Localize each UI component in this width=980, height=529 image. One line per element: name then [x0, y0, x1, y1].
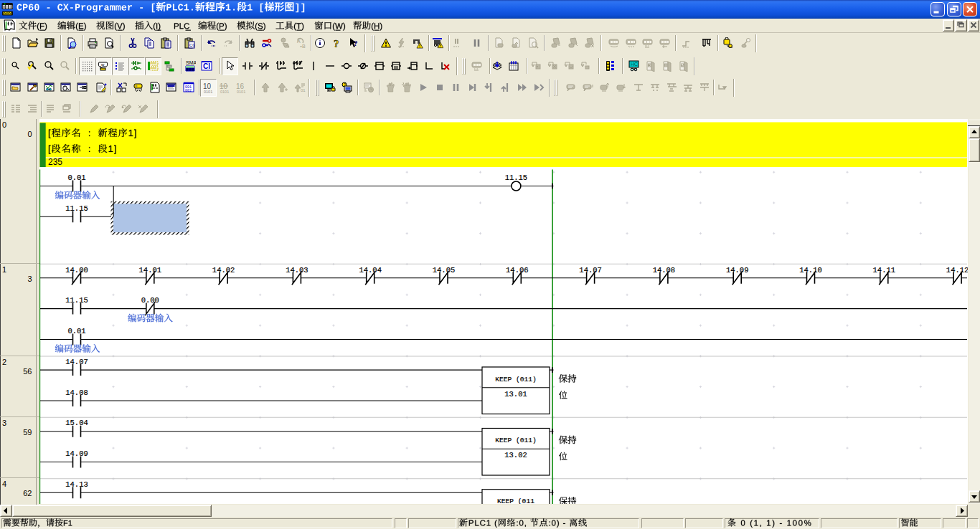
svg-text:59: 59	[23, 428, 32, 437]
svg-text:0.00: 0.00	[141, 296, 159, 305]
svg-text:B: B	[302, 44, 306, 49]
svg-text:SMA: SMA	[186, 60, 196, 65]
svg-text:235: 235	[48, 157, 62, 167]
svg-text:2: 2	[2, 358, 6, 366]
svg-text:HC: HC	[631, 62, 638, 67]
svg-text:1: 1	[2, 265, 6, 274]
svg-text:14.06: 14.06	[506, 266, 529, 275]
svg-text:14.00: 14.00	[65, 266, 88, 275]
svg-text:14.09: 14.09	[65, 449, 88, 458]
svg-text:14.08: 14.08	[653, 266, 676, 275]
svg-text:14.12: 14.12	[946, 266, 968, 275]
svg-text:A: A	[297, 39, 301, 44]
svg-text:KEEP (011: KEEP (011	[497, 497, 534, 504]
svg-text:14.11: 14.11	[873, 266, 896, 275]
svg-text:KEEP (011): KEEP (011)	[495, 437, 537, 444]
svg-text:4: 4	[2, 480, 6, 488]
svg-text:14.08: 14.08	[65, 389, 88, 397]
svg-text:0101: 0101	[204, 90, 212, 94]
svg-text:14.05: 14.05	[433, 266, 456, 275]
svg-text:14.03: 14.03	[286, 266, 308, 275]
svg-text:13.02: 13.02	[504, 451, 527, 459]
svg-text:11.15: 11.15	[65, 204, 88, 213]
svg-text:11.15: 11.15	[65, 296, 88, 305]
svg-text:KEEP (011): KEEP (011)	[495, 376, 537, 383]
svg-text:?: ?	[334, 38, 339, 49]
svg-text:14.07: 14.07	[579, 266, 602, 275]
svg-text:15.04: 15.04	[65, 419, 88, 427]
svg-text:?: ?	[354, 39, 358, 47]
svg-text:w: w	[100, 62, 105, 67]
svg-text:13.01: 13.01	[504, 390, 527, 399]
svg-text:14.13: 14.13	[65, 480, 88, 489]
svg-text:14.09: 14.09	[726, 266, 749, 275]
svg-text:0101: 0101	[220, 90, 229, 94]
svg-text:14.04: 14.04	[359, 266, 382, 275]
svg-text:0: 0	[27, 130, 32, 138]
svg-text:62: 62	[23, 489, 32, 497]
svg-text:14.10: 14.10	[799, 266, 822, 275]
svg-text:14.07: 14.07	[65, 358, 88, 366]
svg-text:0: 0	[2, 120, 6, 129]
svg-text:0101: 0101	[237, 90, 245, 94]
svg-text:0.01: 0.01	[67, 327, 85, 335]
svg-text:11.15: 11.15	[505, 173, 528, 182]
svg-text:CG: CG	[189, 43, 195, 47]
svg-text:3: 3	[27, 275, 32, 283]
svg-text:14.01: 14.01	[139, 266, 162, 275]
svg-text:CI: CI	[203, 62, 210, 70]
svg-text:3: 3	[2, 419, 6, 427]
svg-text:56: 56	[23, 367, 32, 376]
svg-text:01: 01	[301, 88, 306, 92]
svg-text:0.01: 0.01	[67, 173, 85, 182]
svg-text:002: 002	[185, 89, 192, 93]
svg-text:14.02: 14.02	[212, 266, 235, 275]
